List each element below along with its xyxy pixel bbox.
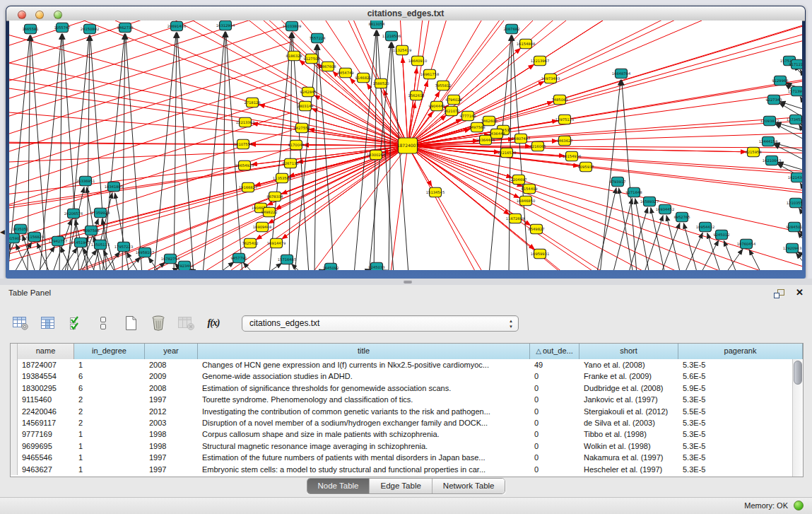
- network-window-titlebar[interactable]: citations_edges.txt: [6, 6, 805, 21]
- svg-text:16934452: 16934452: [656, 207, 674, 211]
- cell-name: 18724007: [18, 359, 74, 370]
- svg-text:2718126: 2718126: [244, 100, 260, 105]
- table-scrollbar[interactable]: [792, 359, 803, 477]
- dropdown-arrows-icon: ▲▼: [509, 318, 513, 329]
- svg-text:16033809: 16033809: [283, 24, 301, 28]
- table-row[interactable]: 2242004622012Investigating the contribut…: [11, 406, 793, 417]
- cell-title: Estimation of the future numbers of pati…: [198, 452, 530, 463]
- network-canvas[interactable]: 1603380975572241121850688130542087682206…: [9, 21, 802, 270]
- cell-name: 9465546: [18, 452, 74, 463]
- table-row[interactable]: 1872400712008Changes of HCN gene express…: [11, 359, 793, 370]
- table-row[interactable]: 946554611997Estimation of the future num…: [11, 452, 793, 463]
- memory-ok-indicator: [794, 501, 804, 510]
- table-row[interactable]: 1456911722003Disruption of a novel membe…: [11, 417, 793, 428]
- svg-text:16914479: 16914479: [267, 241, 286, 245]
- svg-text:9129966: 9129966: [772, 78, 788, 83]
- row-margin: [11, 428, 18, 440]
- table-row[interactable]: 977716911998Corpus callosum shape and si…: [11, 428, 793, 440]
- table-row[interactable]: 911546021997Tourette syndrome. Phenomeno…: [11, 394, 793, 405]
- panel-collapse-arrow-icon[interactable]: ◀: [0, 226, 6, 238]
- cell-in_degree: 1: [74, 428, 145, 440]
- column-header-short[interactable]: short: [579, 344, 678, 359]
- svg-text:9242845: 9242845: [300, 90, 316, 94]
- table-row[interactable]: 1938455462009Genome-wide association stu…: [11, 370, 793, 382]
- svg-text:7955812: 7955812: [435, 83, 451, 88]
- cell-in_degree: 1: [74, 359, 145, 370]
- svg-text:17957223: 17957223: [114, 245, 133, 249]
- cell-in_degree: 1: [74, 440, 145, 452]
- svg-text:12103554: 12103554: [787, 201, 802, 205]
- svg-text:16648784: 16648784: [612, 71, 631, 76]
- svg-text:7625402: 7625402: [242, 241, 258, 245]
- column-header-name[interactable]: name: [18, 344, 74, 359]
- cell-short: Stergiakouli et al. (2012): [579, 406, 678, 417]
- svg-text:10973493: 10973493: [541, 76, 560, 81]
- svg-text:2204697: 2204697: [510, 177, 526, 182]
- float-panel-icon[interactable]: [773, 288, 785, 299]
- svg-text:12923448: 12923448: [175, 264, 194, 268]
- cell-year: 2012: [145, 406, 198, 417]
- svg-text:9245012: 9245012: [713, 233, 729, 237]
- svg-text:9271648: 9271648: [625, 190, 642, 194]
- close-panel-icon[interactable]: ✕: [796, 287, 804, 298]
- svg-text:10214365: 10214365: [788, 175, 802, 180]
- row-margin: [11, 406, 18, 417]
- table-row[interactable]: 1830029562008Estimation of significance …: [11, 382, 793, 394]
- svg-text:11218506: 11218506: [382, 34, 401, 38]
- horizontal-splitter[interactable]: [0, 279, 812, 285]
- svg-text:8267130: 8267130: [282, 161, 298, 165]
- show-columns-icon[interactable]: [39, 314, 57, 332]
- svg-text:12734512: 12734512: [787, 117, 802, 122]
- tab-node-table[interactable]: Node Table: [307, 479, 370, 493]
- node-table: namein_degreeyeartitle△out_de...shortpag…: [10, 343, 804, 477]
- table-selector-dropdown[interactable]: citations_edges.txt ▲▼: [242, 315, 519, 332]
- column-header-in_degree[interactable]: in_degree: [74, 344, 145, 359]
- svg-text:15716485: 15716485: [278, 257, 296, 262]
- column-header-title[interactable]: title: [198, 344, 530, 359]
- cell-out_degree: 49: [530, 359, 579, 370]
- citation-network-graph[interactable]: 1603380975572241121850688130542087682206…: [9, 21, 802, 270]
- cell-out_degree: 0: [530, 440, 579, 452]
- cell-year: 1997: [145, 394, 198, 405]
- svg-text:12093832: 12093832: [760, 119, 779, 123]
- svg-text:3915901: 3915901: [9, 236, 22, 240]
- create-table-icon[interactable]: [122, 314, 140, 332]
- cell-title: Changes of HCN gene expression and I(f) …: [198, 359, 530, 370]
- tab-network-table[interactable]: Network Table: [432, 479, 505, 493]
- cell-pagerank: 5.3E-5: [678, 394, 793, 405]
- table-row[interactable]: 969969511998Structural magnetic resonanc…: [11, 440, 793, 452]
- cell-pagerank: 5.3E-5: [678, 452, 793, 463]
- cell-year: 2009: [145, 370, 198, 382]
- cell-title: Structural magnetic resonance image aver…: [198, 440, 530, 452]
- svg-text:15713904: 15713904: [788, 89, 802, 93]
- column-header-rowhead[interactable]: [11, 344, 18, 359]
- svg-text:17942757: 17942757: [49, 239, 67, 243]
- table-row[interactable]: 946362711997Embryonic stem cells: a mode…: [11, 464, 793, 475]
- svg-text:11353594: 11353594: [273, 176, 292, 180]
- row-height-icon[interactable]: [94, 314, 112, 332]
- table-body: 1872400712008Changes of HCN gene express…: [11, 359, 793, 477]
- svg-text:1621072: 1621072: [443, 109, 459, 113]
- svg-text:2436448: 2436448: [488, 132, 505, 136]
- cell-in_degree: 2: [74, 406, 145, 417]
- row-margin: [11, 452, 18, 463]
- svg-text:9171213: 9171213: [789, 62, 802, 66]
- svg-text:10959931: 10959931: [531, 252, 549, 256]
- function-builder-icon[interactable]: f(x): [204, 314, 223, 332]
- svg-text:9245033: 9245033: [368, 265, 384, 269]
- svg-text:11325419: 11325419: [393, 48, 411, 52]
- tab-edge-table[interactable]: Edge Table: [369, 479, 431, 493]
- column-header-pagerank[interactable]: pagerank: [678, 344, 803, 359]
- table-options-icon[interactable]: [11, 314, 30, 332]
- cell-year: 2008: [145, 359, 198, 370]
- table-scrollbar-thumb[interactable]: [794, 361, 802, 385]
- cell-name: 14569117: [18, 417, 74, 428]
- svg-text:8952765: 8952765: [673, 215, 690, 219]
- column-header-out_degree[interactable]: △out_de...: [530, 344, 579, 359]
- delete-table-icon[interactable]: [149, 314, 167, 332]
- column-header-year[interactable]: year: [145, 344, 198, 359]
- select-all-columns-icon[interactable]: [66, 314, 85, 332]
- svg-text:9154409: 9154409: [521, 187, 537, 191]
- network-window[interactable]: citations_edges.txt 16033809755722411218…: [6, 6, 806, 279]
- cell-title: Investigating the contribution of common…: [198, 406, 530, 417]
